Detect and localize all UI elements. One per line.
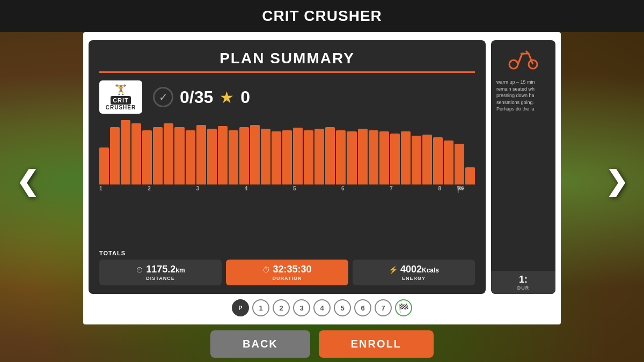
plan-logo-icon: 🏋 — [115, 84, 127, 95]
totals-row: ⏲ 1175.2km DISTANCE ⏱ 32:35:30 DURATION — [99, 260, 475, 285]
slides-row: PLAN SUMMARY 🏋 CRIT CRUSHER ✓ 0/35 ★ 0 — [89, 40, 555, 294]
totals-label: TOTALS — [99, 250, 475, 256]
x-label-5: 5 — [293, 186, 311, 193]
bar-32 — [444, 141, 453, 184]
bar-30 — [422, 135, 432, 184]
bar-34 — [465, 167, 475, 184]
x-label-1: 1 — [99, 186, 118, 193]
bar-22 — [336, 130, 346, 184]
page-dot-2[interactable]: 2 — [273, 299, 290, 316]
bar-25 — [369, 130, 378, 184]
bar-3 — [131, 123, 141, 184]
duration-label: DURATION — [273, 276, 302, 281]
page-dot-5[interactable]: 5 — [334, 299, 351, 316]
bar-14 — [250, 125, 260, 184]
bar-26 — [379, 131, 389, 184]
bars-wrapper — [99, 120, 475, 184]
app-title: CRIT Crusher — [262, 8, 382, 25]
x-label-4: 4 — [245, 186, 263, 193]
plan-logo-crusher: CRUSHER — [106, 105, 136, 110]
preview-bottom: 1: DUR — [491, 271, 555, 294]
bar-12 — [229, 130, 238, 184]
bar-6 — [164, 123, 173, 184]
pagination-row: P1234567🏁 — [232, 299, 412, 316]
bar-18 — [293, 128, 303, 184]
plan-summary-heading: PLAN SUMMARY — [99, 50, 475, 67]
bar-2 — [121, 120, 130, 184]
x-label-7: 7 — [390, 186, 408, 193]
title-bar: CRIT Crusher — [0, 0, 644, 32]
bar-29 — [412, 136, 421, 184]
bar-8 — [186, 130, 195, 184]
x-label-flag: 🏁 — [457, 186, 475, 193]
distance-icon: ⏲ — [136, 265, 143, 274]
total-duration: ⏱ 32:35:30 DURATION — [226, 260, 348, 285]
page-dot-1[interactable]: 1 — [252, 299, 269, 316]
x-label-2: 2 — [148, 186, 166, 193]
nav-arrow-left[interactable]: ❮ — [16, 166, 39, 197]
bar-17 — [282, 130, 292, 184]
distance-value: 1175.2km — [146, 264, 185, 275]
plan-progress: ✓ 0/35 ★ 0 — [153, 87, 475, 107]
bar-1 — [110, 127, 120, 184]
duration-value: 32:35:30 — [273, 264, 311, 275]
total-energy: ⚡ 4002Kcals ENERGY — [353, 260, 475, 285]
checkmark-icon: ✓ — [159, 91, 168, 104]
page-dot-P[interactable]: P — [232, 299, 249, 316]
x-axis-labels: 1 2 3 4 5 6 7 8 🏁 — [99, 186, 475, 193]
bar-19 — [304, 130, 313, 184]
main-content: PLAN SUMMARY 🏋 CRIT CRUSHER ✓ 0/35 ★ 0 — [83, 32, 561, 324]
star-icon: ★ — [219, 88, 234, 107]
bar-7 — [174, 127, 184, 184]
nav-arrow-right[interactable]: ❯ — [605, 166, 628, 197]
energy-label: ENERGY — [402, 276, 426, 281]
bar-33 — [455, 144, 464, 184]
total-distance: ⏲ 1175.2km DISTANCE — [99, 260, 222, 285]
bar-31 — [433, 137, 443, 184]
bar-28 — [401, 131, 411, 184]
bottom-buttons: BACK ENROLL — [0, 326, 644, 362]
orange-divider — [99, 71, 475, 73]
svg-point-0 — [509, 60, 518, 69]
bar-0 — [99, 147, 109, 184]
checkmark-circle: ✓ — [153, 87, 173, 107]
bar-9 — [196, 125, 206, 184]
duration-icon: ⏱ — [262, 265, 270, 274]
plan-logo: 🏋 CRIT CRUSHER — [99, 80, 142, 114]
x-label-6: 6 — [341, 186, 360, 193]
star-count: 0 — [240, 87, 250, 107]
duration-icon-val: ⏱ 32:35:30 — [262, 264, 311, 275]
bar-11 — [218, 126, 228, 184]
page-dot-3[interactable]: 3 — [293, 299, 310, 316]
bar-21 — [325, 127, 335, 184]
bar-20 — [314, 129, 324, 184]
preview-description: warm up – 15 min remain seated wh pressi… — [496, 79, 550, 113]
bar-15 — [261, 129, 270, 184]
back-button[interactable]: BACK — [210, 330, 310, 358]
page-dot-4[interactable]: 4 — [313, 299, 331, 316]
energy-value: 4002Kcals — [400, 264, 439, 275]
preview-duration: 1: — [494, 274, 552, 285]
x-label-8: 8 — [438, 186, 457, 193]
bar-10 — [207, 129, 217, 184]
bar-4 — [142, 130, 152, 184]
bar-chart-container: 1 2 3 4 5 6 7 8 🏁 — [99, 120, 475, 246]
plan-logo-crit: CRIT — [111, 96, 131, 105]
bar-24 — [358, 129, 368, 184]
page-dot-7[interactable]: 7 — [375, 299, 392, 316]
bar-13 — [239, 127, 249, 184]
progress-count: 0/35 — [180, 87, 213, 107]
plan-header-row: 🏋 CRIT CRUSHER ✓ 0/35 ★ 0 — [99, 80, 475, 114]
energy-icon-val: ⚡ 4002Kcals — [389, 264, 439, 275]
plan-summary-card: PLAN SUMMARY 🏋 CRIT CRUSHER ✓ 0/35 ★ 0 — [89, 40, 486, 294]
bike-icon — [507, 46, 539, 75]
page-dot-6[interactable]: 6 — [354, 299, 371, 316]
distance-icon-val: ⏲ 1175.2km — [136, 264, 185, 275]
distance-label: DISTANCE — [146, 276, 174, 281]
bar-5 — [153, 127, 163, 184]
energy-icon: ⚡ — [389, 265, 398, 274]
page-dot-flag[interactable]: 🏁 — [395, 299, 412, 316]
bar-23 — [347, 131, 356, 184]
x-label-3: 3 — [196, 186, 214, 193]
enroll-button[interactable]: ENROLL — [319, 330, 434, 358]
